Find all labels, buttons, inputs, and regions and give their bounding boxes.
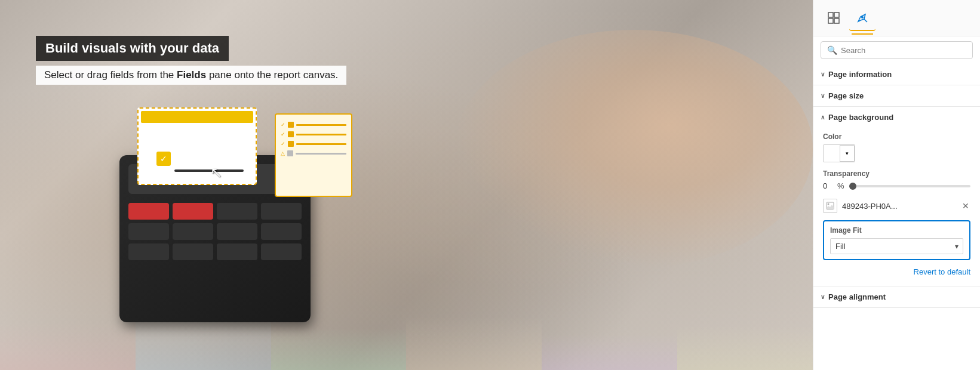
illus-list-icon	[287, 150, 293, 156]
image-file-row: 489243-PH0A... ✕	[823, 199, 970, 213]
illus-list-icon	[288, 141, 294, 147]
format-icon	[856, 11, 869, 24]
accordion-page-size: ∨ Page size	[813, 85, 980, 107]
svg-point-7	[828, 204, 830, 205]
canvas-area: Build visuals with your data Select or d…	[0, 0, 813, 370]
illus-list-line	[296, 134, 346, 135]
image-fit-label: Image Fit	[830, 226, 963, 235]
page-information-label: Page information	[828, 70, 892, 79]
illus-list-item: ✓	[281, 131, 346, 137]
svg-rect-3	[834, 18, 839, 23]
canvas-subtitle: Select or drag fields from the Fields pa…	[44, 69, 338, 81]
chevron-page-size: ∨	[821, 92, 825, 99]
transparency-percent: %	[837, 181, 844, 190]
image-fit-select-wrapper: Fill Fit Normal Tile	[830, 238, 963, 254]
accordion-page-background: ∧ Page background Color ▾ Transparency 0…	[813, 107, 980, 286]
transparency-row: 0 %	[823, 181, 970, 190]
illus-checkbox: ✓	[156, 152, 171, 166]
illus-cursor-icon: ↖	[210, 164, 222, 181]
color-bar-3	[271, 328, 407, 370]
chevron-page-information: ∨	[821, 71, 825, 78]
revert-to-default-link[interactable]: Revert to default	[823, 267, 970, 276]
canvas-title: Build visuals with your data	[45, 41, 219, 56]
illustration-window-1: ✓ ↖	[137, 107, 257, 185]
page-size-header[interactable]: ∨ Page size	[813, 85, 980, 106]
color-picker-row: ▾	[823, 144, 970, 162]
illus-list-item: ✓	[281, 141, 346, 147]
subtitle-prefix: Select or drag fields from the	[44, 69, 177, 81]
svg-rect-2	[828, 18, 833, 23]
calc-btn	[173, 203, 213, 220]
tab-format[interactable]	[849, 5, 875, 31]
text-overlay: Build visuals with your data Select or d…	[36, 36, 346, 85]
search-input[interactable]	[841, 46, 966, 55]
svg-line-5	[864, 19, 867, 22]
hand-overlay	[454, 30, 813, 269]
image-fit-container: Image Fit Fill Fit Normal Tile	[823, 220, 970, 260]
color-label: Color	[823, 132, 970, 141]
image-file-clear-button[interactable]: ✕	[961, 200, 970, 212]
calc-btn	[217, 243, 257, 260]
color-bar-6	[677, 325, 813, 370]
illus-list-line	[296, 124, 346, 126]
page-size-label: Page size	[828, 91, 864, 100]
color-bar-5	[542, 334, 677, 370]
search-icon: 🔍	[827, 45, 837, 55]
illus-list-line	[296, 143, 346, 145]
calc-btn	[261, 203, 302, 220]
drag-illustration: ✓ ↖ ✓ ✓ ✓	[137, 107, 352, 203]
calc-btn	[261, 223, 302, 240]
color-bar-1	[0, 322, 136, 370]
subtitle-bold: Fields	[177, 69, 206, 81]
accordion-page-information: ∨ Page information	[813, 64, 980, 85]
svg-rect-1	[834, 13, 839, 17]
page-background-label: Page background	[828, 113, 893, 122]
transparency-slider[interactable]	[849, 185, 970, 187]
illus-list-item: ✓	[281, 122, 346, 128]
image-file-icon	[823, 199, 837, 213]
subtitle-suffix: pane onto the report canvas.	[206, 69, 338, 81]
color-swatch[interactable]	[824, 145, 840, 162]
calc-btn	[217, 203, 257, 220]
chevron-page-alignment: ∨	[821, 294, 825, 300]
page-background-content: Color ▾ Transparency 0 %	[813, 128, 980, 286]
calc-btn	[128, 223, 169, 240]
page-alignment-label: Page alignment	[828, 292, 886, 301]
accordion-page-alignment: ∨ Page alignment	[813, 286, 980, 308]
illus-list-icon	[288, 122, 294, 128]
grid-icon	[827, 11, 840, 24]
color-dropdown-button[interactable]: ▾	[840, 145, 855, 162]
right-panel: 🔍 ∨ Page information ∨ Page size ∧ Page …	[813, 0, 980, 370]
calc-btn	[173, 243, 213, 260]
calc-btn	[261, 243, 302, 260]
search-box[interactable]: 🔍	[821, 41, 973, 59]
image-file-name: 489243-PH0A...	[842, 202, 956, 211]
transparency-value: 0	[823, 181, 832, 190]
color-bar-4	[406, 316, 542, 370]
chevron-page-background: ∧	[821, 114, 825, 121]
transparency-label: Transparency	[823, 169, 970, 178]
svg-point-4	[861, 16, 864, 18]
calc-btn	[173, 223, 213, 240]
illustration-window-2: ✓ ✓ ✓ △	[275, 113, 352, 197]
illus-list-item: △	[281, 150, 346, 156]
illus-list: ✓ ✓ ✓ △	[276, 115, 351, 165]
calc-btn	[128, 203, 169, 220]
svg-rect-0	[828, 13, 833, 17]
calc-buttons	[128, 203, 302, 260]
page-background-header[interactable]: ∧ Page background	[813, 107, 980, 128]
page-information-header[interactable]: ∨ Page information	[813, 64, 980, 85]
illus-slider	[174, 169, 244, 172]
illus-list-line	[296, 153, 346, 155]
image-icon	[826, 202, 834, 210]
image-fit-select[interactable]: Fill Fit Normal Tile	[830, 238, 963, 254]
color-picker-group: ▾	[823, 144, 855, 162]
calc-btn	[217, 223, 257, 240]
illus-list-icon	[288, 131, 294, 137]
title-box: Build visuals with your data	[36, 36, 229, 61]
subtitle-box: Select or drag fields from the Fields pa…	[36, 66, 346, 85]
page-alignment-header[interactable]: ∨ Page alignment	[813, 286, 980, 307]
tab-grid[interactable]	[821, 5, 847, 31]
calc-btn	[128, 243, 169, 260]
panel-tabs	[813, 0, 980, 36]
